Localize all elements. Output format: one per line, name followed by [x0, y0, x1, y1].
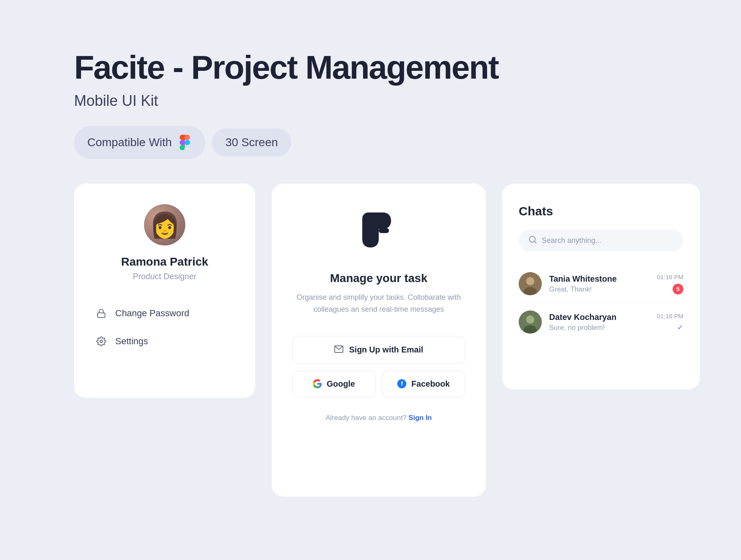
profile-card: Ramona Patrick Product Designer Change P… [74, 184, 255, 398]
subtitle: Mobile UI Kit [74, 92, 667, 110]
signup-google-button[interactable]: Google [292, 371, 375, 397]
f-logo-icon [360, 208, 397, 254]
badges-row: Compatible With 30 Screen [74, 126, 667, 159]
chat-checkmark-datev: ✓ [677, 323, 683, 332]
svg-point-1 [100, 340, 103, 343]
chat-item[interactable]: Datev Kocharyan Sure, no problem! 01:16 … [519, 303, 683, 341]
settings-label: Settings [115, 336, 148, 347]
svg-line-5 [535, 242, 537, 244]
chat-name-tania: Tania Whitestone [549, 274, 650, 284]
profile-name: Ramona Patrick [121, 255, 208, 268]
chat-time-datev: 01:16 PM [657, 313, 683, 320]
search-bar[interactable]: Search anything... [519, 230, 683, 252]
chat-info-datev: Datev Kocharyan Sure, no problem! [549, 313, 650, 332]
gear-icon [96, 336, 107, 347]
avatar-container [144, 204, 185, 245]
chat-avatar-tania [519, 272, 542, 295]
sign-in-link[interactable]: Sign In [408, 414, 432, 422]
social-buttons-row: Google f Facebook [292, 371, 465, 397]
svg-point-7 [526, 277, 534, 285]
settings-item[interactable]: Settings [91, 329, 239, 354]
chat-message-tania: Great, Thank! [549, 285, 650, 294]
main-title: Facite - Project Management [74, 49, 667, 86]
chat-message-datev: Sure, no problem! [549, 324, 650, 332]
chat-name-datev: Datev Kocharyan [549, 313, 650, 322]
app-logo [360, 208, 397, 255]
avatar [144, 204, 185, 245]
chat-badge-tania: 5 [673, 284, 683, 294]
already-account-text: Already have an account? Sign In [326, 414, 432, 422]
compatible-label: Compatible With [87, 136, 172, 149]
chat-info-tania: Tania Whitestone Great, Thank! [549, 274, 650, 294]
svg-point-10 [526, 315, 534, 324]
search-placeholder: Search anything... [542, 236, 601, 245]
chat-time-tania: 01:16 PM [657, 273, 683, 280]
lock-icon [96, 308, 107, 319]
signup-card: Manage your task Organise and simplify y… [272, 184, 486, 497]
screen-count-badge: 30 Screen [212, 128, 291, 156]
svg-rect-2 [379, 228, 389, 233]
compatible-badge: Compatible With [74, 126, 205, 159]
search-icon [529, 236, 537, 246]
svg-rect-0 [98, 313, 105, 317]
page-container: Facite - Project Management Mobile UI Ki… [0, 0, 741, 560]
cards-section: Ramona Patrick Product Designer Change P… [74, 184, 667, 497]
chat-meta-tania: 01:16 PM 5 [657, 273, 683, 294]
change-password-label: Change Password [115, 308, 189, 319]
signup-facebook-button[interactable]: f Facebook [382, 371, 465, 397]
avatar-image [144, 204, 185, 245]
app-title: Manage your task [330, 272, 428, 285]
chats-card: Chats Search anything... [502, 184, 700, 390]
google-icon [313, 379, 322, 388]
signup-email-label: Sign Up with Email [349, 345, 423, 355]
profile-role: Product Designer [133, 272, 197, 281]
chat-meta-datev: 01:16 PM ✓ [657, 313, 683, 332]
svg-point-4 [529, 236, 535, 242]
change-password-item[interactable]: Change Password [91, 301, 239, 326]
screen-count-label: 30 Screen [225, 136, 278, 149]
header-section: Facite - Project Management Mobile UI Ki… [74, 49, 667, 159]
chats-title: Chats [519, 204, 683, 218]
mail-icon [334, 345, 343, 355]
facebook-icon: f [397, 379, 406, 388]
chat-avatar-datev [519, 310, 542, 334]
app-description: Organise and simplify your tasks. Collob… [292, 292, 465, 315]
chat-item[interactable]: Tania Whitestone Great, Thank! 01:16 PM … [519, 265, 683, 303]
signup-google-label: Google [327, 379, 355, 389]
signup-facebook-label: Facebook [411, 379, 450, 389]
signup-email-button[interactable]: Sign Up with Email [292, 336, 465, 364]
signup-options: Sign Up with Email Google [292, 336, 465, 397]
figma-icon [177, 133, 192, 152]
profile-menu: Change Password Settings [91, 301, 239, 354]
chat-list: Tania Whitestone Great, Thank! 01:16 PM … [519, 265, 683, 341]
